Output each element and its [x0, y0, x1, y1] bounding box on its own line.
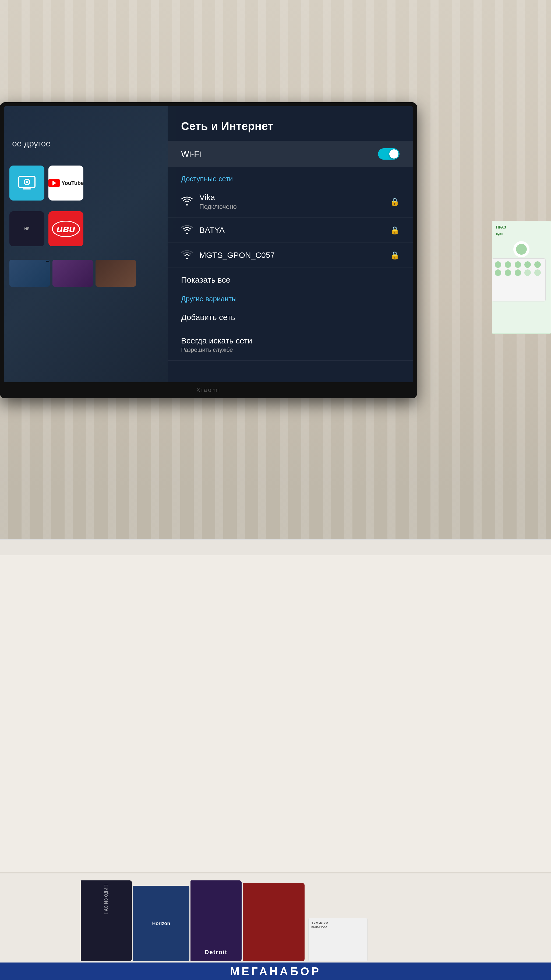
other-options-label: Другие варианты — [168, 292, 413, 306]
book-2-title: Horizon — [152, 921, 170, 926]
shelf-surface — [0, 539, 551, 555]
toggle-knob — [389, 150, 399, 159]
disc-box: ТУМИЛУР ВКЛЮЧАЮ — [308, 918, 367, 961]
youtube-logo: YouTube — [48, 179, 83, 187]
pill-dot — [495, 261, 501, 268]
book-1-title: НАС ИЗ ОДИН — [104, 885, 109, 914]
thumbnail-3[interactable] — [95, 260, 136, 286]
svg-point-2 — [26, 181, 28, 183]
tv-brand-label: Xiaomi — [196, 387, 221, 393]
always-search-label: Всегда искать сети — [181, 336, 400, 345]
book-2: Horizon — [133, 886, 189, 961]
lock-icon-batya: 🔒 — [390, 226, 400, 235]
book-row: НАС ИЗ ОДИН Horizon Detroit ТУМИЛУР ВКЛЮ… — [81, 880, 367, 961]
pill-dot — [524, 269, 531, 276]
pill-dot — [514, 261, 521, 268]
network-name-vika: Vika — [199, 193, 384, 202]
book-1: НАС ИЗ ОДИН — [81, 880, 132, 961]
app-icon-youtube[interactable]: YouTube — [48, 165, 83, 200]
pill-dot — [505, 261, 511, 268]
network-name-mgts: MGTS_GPON_C057 — [199, 251, 384, 260]
apps-row-2: NE иви — [10, 211, 83, 246]
app-icon-ne[interactable]: NE — [10, 211, 44, 246]
pill-dot — [534, 269, 541, 276]
wifi-signal-icon-batya — [181, 225, 193, 235]
thumbnail-2[interactable] — [52, 260, 93, 286]
thumbnails-row — [10, 260, 136, 286]
settings-title: Сеть и Интернет — [168, 106, 413, 141]
thumb-badge-1 — [46, 261, 49, 262]
bottom-shelf: НАС ИЗ ОДИН Horizon Detroit ТУМИЛУР ВКЛЮ… — [0, 872, 551, 980]
bottom-banner-text: МЕГАНАБОР — [230, 965, 321, 978]
network-info-batya: BATYA — [199, 226, 384, 235]
yt-play-button — [48, 179, 60, 187]
app-icon-tv[interactable] — [10, 165, 44, 200]
ne-label: NE — [24, 227, 29, 231]
tv-body: ое другое — [0, 102, 417, 398]
wifi-toggle[interactable] — [378, 148, 400, 160]
wifi-label: Wi-Fi — [181, 149, 201, 159]
settings-panel: Сеть и Интернет Wi-Fi Доступные сети — [168, 106, 413, 382]
pill-box — [492, 258, 546, 301]
show-all-button[interactable]: Показать все — [168, 268, 413, 292]
wifi-signal-icon-mgts — [181, 250, 193, 261]
book-4 — [243, 883, 305, 961]
network-item-vika[interactable]: Vika Подключено 🔒 — [168, 186, 413, 218]
tv-app-icon-svg — [17, 175, 37, 191]
app-area-label: ое другое — [12, 138, 51, 149]
bottom-banner: МЕГАНАБОР — [0, 963, 551, 980]
book-3-title: Detroit — [205, 949, 228, 956]
pill-dot — [495, 269, 501, 276]
tv-screen: ое другое — [4, 106, 413, 382]
apps-row-1: YouTube — [10, 165, 83, 200]
app-icon-ivi[interactable]: иви — [48, 211, 83, 246]
medicine-box-text: ПРАЗ сусп — [492, 221, 551, 261]
network-status-vika: Подключено — [199, 203, 384, 210]
book-3: Detroit — [191, 880, 241, 961]
lock-icon-mgts: 🔒 — [390, 251, 400, 260]
available-networks-label: Доступные сети — [168, 167, 413, 186]
app-area: ое другое — [4, 106, 176, 382]
lock-icon-vika: 🔒 — [390, 197, 400, 206]
pill-dot — [505, 269, 511, 276]
network-info-mgts: MGTS_GPON_C057 — [199, 251, 384, 260]
add-network-item[interactable]: Добавить сеть — [168, 306, 413, 329]
network-item-mgts[interactable]: MGTS_GPON_C057 🔒 — [168, 243, 413, 268]
svg-rect-3 — [23, 188, 31, 189]
add-network-label: Добавить сеть — [181, 313, 400, 322]
youtube-text: YouTube — [62, 180, 83, 186]
wifi-signal-icon-vika — [181, 196, 193, 207]
pill-dot — [514, 269, 521, 276]
always-search-sublabel: Разрешить службе — [181, 347, 400, 353]
pill-dot — [534, 261, 541, 268]
ivi-logo: иви — [52, 221, 79, 237]
pill-dot — [524, 261, 531, 268]
network-info-vika: Vika Подключено — [199, 193, 384, 210]
yt-play-triangle — [52, 181, 56, 185]
wifi-toggle-row[interactable]: Wi-Fi — [168, 141, 413, 167]
always-search-item[interactable]: Всегда искать сети Разрешить службе — [168, 329, 413, 361]
thumbnail-1[interactable] — [10, 260, 50, 286]
network-item-batya[interactable]: BATYA 🔒 — [168, 218, 413, 243]
network-name-batya: BATYA — [199, 226, 384, 235]
